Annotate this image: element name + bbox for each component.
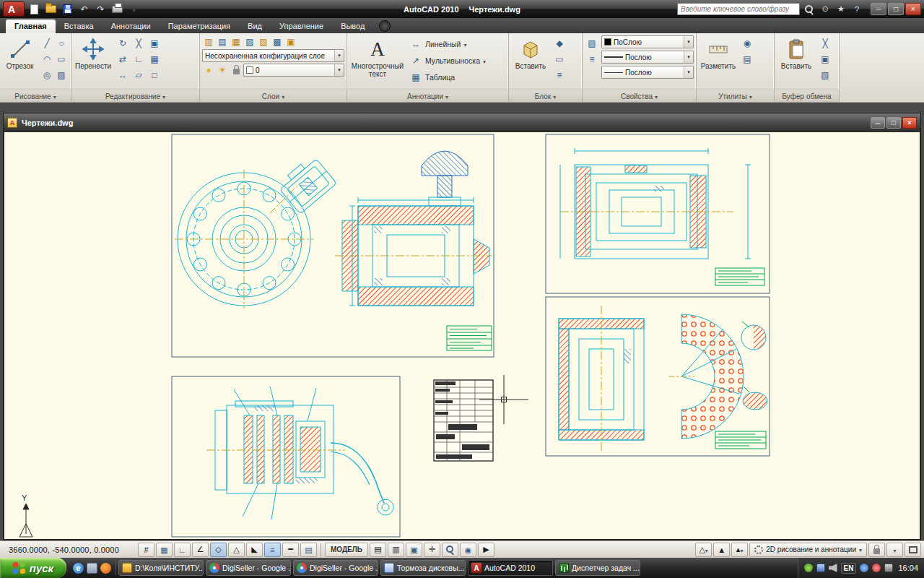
zoom-button[interactable] bbox=[442, 543, 458, 557]
panel-modify-label[interactable]: Редактирование bbox=[71, 90, 199, 102]
quick-view-drawings-button[interactable] bbox=[406, 543, 422, 557]
quick-select-icon[interactable] bbox=[741, 38, 754, 50]
mirror-icon[interactable] bbox=[116, 53, 129, 66]
task-document[interactable]: Тормоза дисковы... bbox=[380, 560, 466, 576]
match-properties-icon[interactable] bbox=[585, 38, 598, 50]
hatch-icon[interactable] bbox=[55, 69, 68, 82]
block-attributes-icon[interactable] bbox=[553, 53, 566, 66]
status-menu-button[interactable] bbox=[886, 543, 903, 557]
circle-icon[interactable] bbox=[55, 38, 68, 50]
layer-off-icon[interactable] bbox=[216, 35, 229, 48]
save-button[interactable] bbox=[60, 2, 75, 16]
dynamic-ucs-toggle[interactable]: ◣ bbox=[246, 543, 263, 557]
show-desktop-icon[interactable] bbox=[87, 563, 97, 574]
close-button[interactable]: × bbox=[905, 3, 921, 15]
table-button[interactable]: Таблица bbox=[408, 69, 487, 85]
annotation-visibility-button[interactable]: ▲ bbox=[713, 543, 730, 557]
task-browser-2[interactable]: DigiSeller - Google ... bbox=[293, 560, 378, 576]
multileader-button[interactable]: Мультивыноска bbox=[408, 52, 487, 69]
block-definition-icon[interactable] bbox=[553, 69, 566, 82]
layer-isolate-icon[interactable] bbox=[230, 35, 243, 48]
layer-freeze-icon[interactable] bbox=[243, 35, 256, 48]
quick-properties-toggle[interactable] bbox=[300, 543, 317, 557]
pan-button[interactable]: ✛ bbox=[424, 543, 440, 557]
tab-annotate[interactable]: Аннотации bbox=[103, 20, 160, 33]
panel-utilities-label[interactable]: Утилиты bbox=[697, 90, 774, 102]
task-browser-1[interactable]: DigiSeller - Google ... bbox=[206, 560, 291, 576]
panel-annotation-label[interactable]: Аннотации bbox=[347, 90, 508, 102]
volume-icon[interactable] bbox=[829, 564, 837, 572]
scale-icon[interactable] bbox=[132, 69, 145, 82]
osnap-toggle[interactable]: ◇ bbox=[210, 543, 227, 557]
start-button[interactable]: пуск bbox=[0, 558, 66, 578]
task-taskmanager[interactable]: Диспетчер задач ... bbox=[555, 560, 640, 576]
fillet-icon[interactable] bbox=[132, 53, 145, 66]
task-folder[interactable]: D:\Коля\ИНСТИТУ... bbox=[118, 560, 204, 576]
redo-button[interactable]: ↷ bbox=[93, 2, 108, 16]
stretch-icon[interactable] bbox=[116, 69, 129, 82]
lineweight-toggle[interactable]: ━ bbox=[282, 543, 299, 557]
drawing-window-titlebar[interactable]: A Чертежи.dwg ─ □ × bbox=[4, 113, 920, 131]
model-space-button[interactable]: МОДЕЛЬ bbox=[325, 543, 368, 557]
paste-button[interactable]: Вставить bbox=[777, 35, 816, 89]
dynamic-input-toggle[interactable] bbox=[264, 543, 281, 557]
measure-button[interactable]: Разметить bbox=[699, 35, 738, 89]
otrack-toggle[interactable]: △ bbox=[228, 543, 245, 557]
rotate-icon[interactable] bbox=[116, 38, 129, 50]
open-button[interactable] bbox=[43, 2, 58, 16]
tab-insert[interactable]: Вставка bbox=[56, 20, 103, 33]
application-menu-button[interactable]: A bbox=[3, 1, 25, 17]
plot-button[interactable] bbox=[110, 2, 125, 16]
task-autocad[interactable]: A AutoCAD 2010 bbox=[468, 560, 553, 576]
tab-parametric[interactable]: Параметризация bbox=[160, 20, 239, 33]
layer-previous-icon[interactable] bbox=[284, 35, 297, 48]
copy-icon[interactable] bbox=[148, 38, 161, 50]
properties-list-icon[interactable] bbox=[585, 53, 598, 66]
panel-properties-label[interactable]: Свойства bbox=[583, 90, 696, 102]
lineweight-combo[interactable]: Послою bbox=[601, 51, 694, 64]
copy-clip-icon[interactable] bbox=[819, 53, 832, 66]
panel-clipboard-label[interactable]: Буфер обмена bbox=[775, 90, 839, 102]
search-button[interactable] bbox=[803, 3, 816, 16]
line-button[interactable]: Отрезок bbox=[2, 35, 38, 89]
panel-block-label[interactable]: Блок bbox=[509, 90, 582, 102]
cut-icon[interactable] bbox=[819, 38, 832, 50]
display-icon[interactable] bbox=[816, 564, 825, 572]
trim-icon[interactable] bbox=[132, 38, 145, 50]
object-color-combo[interactable]: ПоСлою bbox=[601, 35, 694, 48]
steering-wheel-button[interactable] bbox=[460, 543, 476, 557]
linetype-combo[interactable]: Послою bbox=[601, 66, 694, 79]
ortho-toggle[interactable] bbox=[174, 543, 191, 557]
workspace-switcher[interactable]: 2D рисование и аннотации bbox=[749, 543, 867, 557]
layer-combo[interactable]: 0 bbox=[243, 64, 344, 77]
media-player-icon[interactable] bbox=[100, 563, 111, 574]
tab-home[interactable]: Главная bbox=[6, 20, 56, 33]
drawing-canvas[interactable]: Y bbox=[4, 132, 920, 539]
ribbon-minimize-button[interactable] bbox=[379, 20, 391, 32]
communication-center-button[interactable]: ⊙ bbox=[819, 3, 832, 16]
language-indicator[interactable]: EN bbox=[841, 563, 857, 574]
network-icon[interactable] bbox=[860, 564, 868, 572]
layer-lock-icon[interactable] bbox=[257, 35, 270, 48]
annotation-scale-button[interactable]: △ bbox=[695, 543, 712, 557]
connection-icon[interactable] bbox=[884, 564, 893, 572]
polyline-icon[interactable] bbox=[40, 38, 53, 50]
snap-toggle[interactable]: # bbox=[138, 543, 154, 557]
tab-output[interactable]: Вывод bbox=[332, 20, 373, 33]
tab-manage[interactable]: Управление bbox=[271, 20, 332, 33]
erase-icon[interactable] bbox=[148, 69, 161, 82]
help-button[interactable]: ? bbox=[850, 3, 863, 16]
show-motion-button[interactable]: ▶ bbox=[478, 543, 494, 557]
layer-thaw-sun-icon[interactable] bbox=[216, 64, 229, 77]
doc-minimize-button[interactable]: ─ bbox=[871, 117, 885, 129]
clean-screen-button[interactable] bbox=[905, 543, 921, 557]
panel-layers-label[interactable]: Слои bbox=[200, 90, 346, 102]
layer-state-combo[interactable]: Несохраненная конфигурация слое bbox=[202, 49, 344, 62]
doc-restore-button[interactable]: □ bbox=[886, 117, 901, 129]
toolbar-lock-button[interactable] bbox=[868, 543, 885, 557]
arc-icon[interactable] bbox=[40, 53, 53, 66]
minimize-button[interactable]: ─ bbox=[871, 3, 886, 15]
block-edit-icon[interactable] bbox=[553, 38, 566, 50]
undo-button[interactable]: ↶ bbox=[77, 2, 92, 16]
mtext-button[interactable]: А Многострочный текст bbox=[349, 35, 406, 89]
